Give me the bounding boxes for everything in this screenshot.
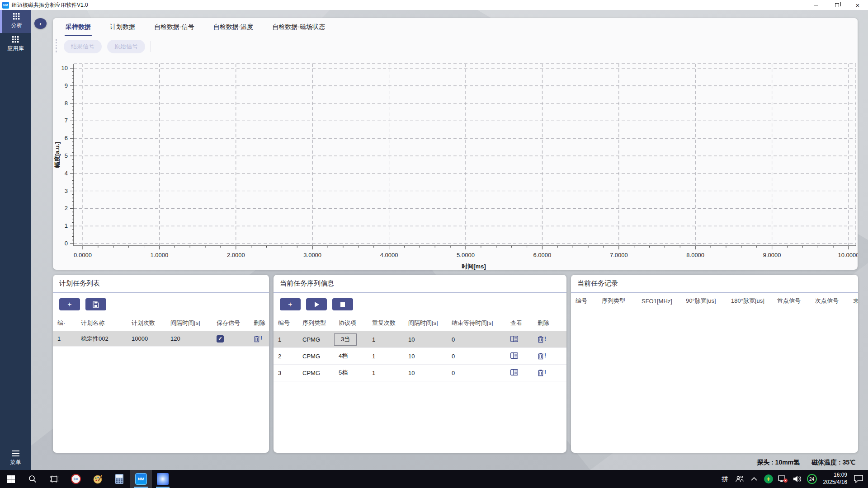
- stop-icon: [340, 302, 345, 307]
- view-button[interactable]: [510, 369, 518, 377]
- chevron-left-icon: ‹: [39, 20, 41, 27]
- result-signal-button[interactable]: 结果信号: [64, 40, 102, 53]
- sequence-row[interactable]: 3 CPMG 5档 1 10 0 !: [274, 365, 566, 381]
- svg-text:10: 10: [61, 65, 68, 71]
- sidebar-collapse-button[interactable]: ‹: [34, 18, 47, 29]
- col-plan-name: 计划名称: [76, 319, 127, 327]
- antivirus-tray-icon[interactable]: +: [763, 470, 774, 488]
- record-panel: 当前任务记录 编号 序列类型 SFO1[MHz] 90°脉宽[us] 180°脉…: [571, 275, 858, 453]
- task-view-icon: [50, 475, 58, 483]
- view-button[interactable]: [510, 352, 518, 360]
- stop-sequence-button[interactable]: [332, 298, 353, 310]
- restore-button[interactable]: [826, 0, 847, 10]
- title-bar: NM 纽迈核磁共振分析应用软件V1.0 ×: [0, 0, 868, 10]
- close-button[interactable]: ×: [847, 0, 868, 10]
- svg-text:5: 5: [65, 152, 68, 159]
- add-plan-button[interactable]: +: [59, 298, 80, 310]
- play-icon: [314, 302, 319, 307]
- status-bar: 探头 : 10mm氢 磁体温度 : 35℃: [757, 457, 855, 468]
- probe-status: 探头 : 10mm氢: [757, 459, 800, 467]
- delete-sequence-button[interactable]: !: [538, 336, 546, 343]
- taskbar-clock[interactable]: 16:09 2025/4/16: [821, 472, 850, 486]
- battery-tray-badge[interactable]: 24: [806, 470, 818, 488]
- sequence-row[interactable]: 1 CPMG 3当 1 10 0 !: [274, 331, 566, 348]
- svg-text:0.0000: 0.0000: [74, 252, 92, 258]
- delete-sequence-button[interactable]: !: [538, 352, 546, 360]
- svg-text:3: 3: [65, 188, 68, 194]
- raw-signal-button[interactable]: 原始信号: [107, 40, 145, 53]
- delete-sequence-button[interactable]: !: [538, 369, 546, 376]
- network-status-icon[interactable]: [777, 470, 789, 488]
- svg-text:时间[ms]: 时间[ms]: [462, 263, 486, 270]
- magnet-temperature-status: 磁体温度 : 35℃: [811, 459, 855, 467]
- task-view-button[interactable]: [43, 470, 65, 488]
- svg-text:2.0000: 2.0000: [227, 252, 245, 258]
- save-icon: [93, 301, 99, 308]
- save-signal-checkbox[interactable]: ✓: [217, 335, 224, 343]
- grid-icon: [13, 13, 20, 20]
- clock-date: 2025/4/16: [823, 479, 847, 486]
- minimize-button[interactable]: [806, 0, 826, 10]
- chart-svg: 0123456789100.00001.00002.00003.00004.00…: [53, 56, 858, 272]
- record-table-header: 编号 序列类型 SFO1[MHz] 90°脉宽[us] 180°脉宽[us] 首…: [571, 293, 858, 309]
- col-plan-count: 计划次数: [127, 319, 166, 327]
- protocol-edit-cell[interactable]: 3当: [334, 333, 357, 346]
- trash-icon: [538, 336, 544, 343]
- trash-icon: [538, 352, 544, 360]
- sequence-row[interactable]: 2 CPMG 4档 1 10 0 !: [274, 348, 566, 365]
- taskbar-nmr-app-button[interactable]: NM: [130, 470, 152, 488]
- tab-sampling-data[interactable]: 采样数据: [65, 18, 92, 36]
- action-center-button[interactable]: [853, 470, 864, 488]
- panel-title: 计划任务列表: [53, 275, 269, 293]
- minimize-icon: [814, 5, 818, 5]
- snipping-tool-icon: ✂: [71, 474, 81, 484]
- window-title: 纽迈核磁共振分析应用软件V1.0: [12, 1, 88, 9]
- svg-text:2: 2: [65, 205, 68, 211]
- speaker-icon: [793, 475, 802, 483]
- ime-indicator[interactable]: 拼: [719, 470, 731, 488]
- panel-title: 当前任务记录: [571, 275, 858, 293]
- search-button[interactable]: [22, 470, 43, 488]
- save-plan-button[interactable]: [85, 298, 106, 310]
- hamburger-icon: [12, 450, 19, 457]
- delete-plan-button[interactable]: !: [254, 335, 262, 343]
- volume-icon[interactable]: [792, 470, 803, 488]
- sidebar-item-app-library[interactable]: 应用库: [0, 33, 31, 56]
- taskbar-blue-app-button[interactable]: [152, 470, 174, 488]
- calculator-icon: [115, 474, 124, 484]
- close-icon: ×: [856, 2, 860, 9]
- panel-title: 当前任务序列信息: [274, 275, 566, 293]
- sidebar-item-label: 应用库: [8, 45, 24, 52]
- tab-bar: 采样数据 计划数据 自检数据-信号 自检数据-温度 自检数据-磁场状态: [53, 18, 858, 36]
- start-button[interactable]: [0, 470, 22, 488]
- snipping-tool-button[interactable]: ✂: [65, 470, 87, 488]
- windows-icon: [7, 475, 15, 483]
- svg-text:4.0000: 4.0000: [380, 252, 398, 258]
- plan-table-row[interactable]: 1 稳定性002 10000 120 ✓ !: [53, 331, 269, 347]
- sidebar-menu-label: 菜单: [10, 459, 21, 466]
- sidebar-item-analysis[interactable]: 分析: [0, 10, 31, 33]
- people-button[interactable]: [734, 470, 745, 488]
- signal-button-row: 结果信号 原始信号: [53, 36, 858, 56]
- svg-text:0: 0: [65, 240, 68, 247]
- paint-button[interactable]: [87, 470, 108, 488]
- tab-selfcheck-temperature[interactable]: 自检数据-温度: [212, 18, 255, 36]
- sidebar-menu-button[interactable]: 菜单: [0, 450, 31, 467]
- svg-text:1.0000: 1.0000: [151, 252, 169, 258]
- tray-expand-button[interactable]: [748, 470, 760, 488]
- view-button[interactable]: [510, 336, 518, 343]
- run-sequence-button[interactable]: [306, 298, 327, 310]
- svg-text:6: 6: [65, 135, 68, 141]
- add-sequence-button[interactable]: +: [280, 298, 301, 310]
- view-icon: [510, 336, 518, 342]
- vertical-divider: [151, 41, 151, 52]
- tab-plan-data[interactable]: 计划数据: [109, 18, 136, 36]
- col-id: 编·: [53, 319, 76, 327]
- tab-selfcheck-signal[interactable]: 自检数据-信号: [153, 18, 195, 36]
- svg-text:8.0000: 8.0000: [686, 252, 704, 258]
- tab-selfcheck-field-status[interactable]: 自检数据-磁场状态: [271, 18, 326, 36]
- calculator-button[interactable]: [108, 470, 130, 488]
- clock-time: 16:09: [823, 472, 847, 479]
- svg-text:9.0000: 9.0000: [763, 252, 781, 258]
- col-interval: 间隔时间[s]: [166, 319, 212, 327]
